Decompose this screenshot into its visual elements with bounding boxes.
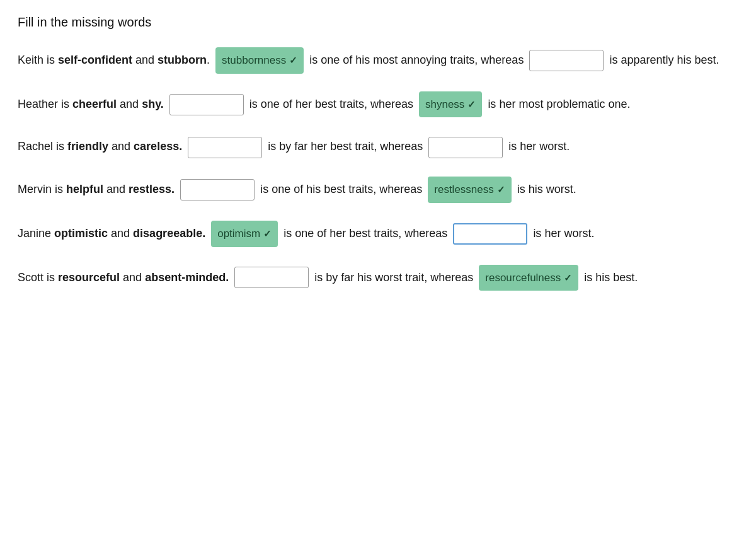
ex5-bold2: disagreeable. xyxy=(133,226,205,239)
ex6-bold1: resourceful xyxy=(58,270,120,283)
check-icon: ✓ xyxy=(263,224,272,244)
input-3[interactable] xyxy=(188,137,262,158)
restlessness-chip: restlessness ✓ xyxy=(428,177,511,203)
ex2-text: Heather is cheerful and shy. xyxy=(18,97,167,110)
ex3-text3: is her worst. xyxy=(508,140,570,153)
input-6[interactable] xyxy=(453,223,527,245)
ex6-bold2: absent-minded. xyxy=(145,270,229,283)
check-icon: ✓ xyxy=(497,180,505,200)
ex3-bold2: careless. xyxy=(134,140,182,153)
ex1-text: Keith is self-confident and stubborn. xyxy=(18,54,213,66)
input-1[interactable] xyxy=(529,50,604,71)
ex2-text3: is her most problematic one. xyxy=(488,97,630,110)
chip-label: optimism xyxy=(217,223,260,245)
ex4-bold1: helpful xyxy=(66,183,103,195)
page-title: Fill in the missing words xyxy=(18,15,738,30)
chip-label: stubbornness xyxy=(222,49,286,72)
ex4-bold2: restless. xyxy=(129,183,175,195)
input-2[interactable] xyxy=(169,94,244,115)
ex3-text2: is by far her best trait, whereas xyxy=(268,140,426,153)
ex2-bold1: cheerful xyxy=(72,97,117,110)
optimism-chip: optimism ✓ xyxy=(211,221,278,247)
ex5-text: Janine optimistic and disagreeable. xyxy=(18,226,209,239)
chip-label: resourcefulness xyxy=(485,267,561,289)
ex6-text2: is by far his worst trait, whereas xyxy=(314,270,476,283)
exercise-6: Scott is resourceful and absent-minded. … xyxy=(18,265,738,291)
check-icon: ✓ xyxy=(289,50,297,71)
ex1-bold1: self-confident xyxy=(58,54,132,66)
ex5-text2: is one of her best traits, whereas xyxy=(284,226,450,239)
ex4-text: Mervin is helpful and restless. xyxy=(18,183,178,195)
ex3-bold1: friendly xyxy=(67,140,108,153)
ex2-bold2: shy. xyxy=(142,97,164,110)
resourcefulness-chip: resourcefulness ✓ xyxy=(479,265,578,291)
exercise-5: Janine optimistic and disagreeable. opti… xyxy=(18,221,738,247)
shyness-chip: shyness ✓ xyxy=(419,91,482,118)
ex6-text3: is his best. xyxy=(584,270,638,283)
ex5-text3: is her worst. xyxy=(533,226,594,239)
chip-label: restlessness xyxy=(434,178,493,201)
chip-label: shyness xyxy=(425,93,464,116)
ex1-text3: is apparently his best. xyxy=(609,54,719,66)
ex4-text3: is his worst. xyxy=(517,183,576,195)
ex4-text2: is one of his best traits, whereas xyxy=(260,183,425,195)
ex3-text: Rachel is friendly and careless. xyxy=(18,140,185,153)
ex6-text: Scott is resourceful and absent-minded. xyxy=(18,270,232,283)
stubbornness-chip: stubbornness ✓ xyxy=(215,47,304,74)
input-7[interactable] xyxy=(234,267,309,288)
input-4[interactable] xyxy=(428,137,503,158)
check-icon: ✓ xyxy=(564,268,572,288)
ex5-bold1: optimistic xyxy=(54,226,108,239)
ex1-text2: is one of his most annoying traits, wher… xyxy=(309,54,527,66)
ex2-text2: is one of her best traits, whereas xyxy=(249,97,416,110)
exercise-3: Rachel is friendly and careless. is by f… xyxy=(18,135,738,159)
check-icon: ✓ xyxy=(467,95,476,115)
exercise-1: Keith is self-confident and stubborn. st… xyxy=(18,47,738,74)
exercise-4: Mervin is helpful and restless. is one o… xyxy=(18,177,738,203)
ex1-bold2: stubborn xyxy=(158,54,207,66)
input-5[interactable] xyxy=(180,179,255,200)
exercise-2: Heather is cheerful and shy. is one of h… xyxy=(18,91,738,118)
